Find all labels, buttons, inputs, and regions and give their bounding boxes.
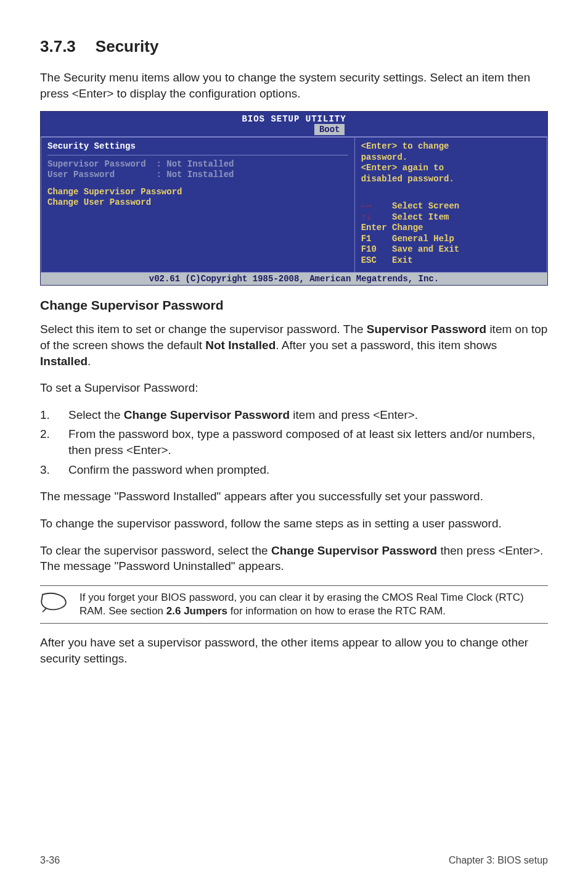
bold-text: Installed (40, 355, 88, 368)
bios-action-change-supervisor: Change Supervisor Password (47, 187, 348, 198)
nav-label: Select Screen (392, 201, 459, 211)
bios-row-user: User Password : Not Installed (47, 170, 348, 181)
bios-row-value: : Not Installed (156, 159, 234, 169)
steps-list: 1. Select the Change Supervisor Password… (40, 407, 548, 478)
bold-text: 2.6 Jumpers (166, 605, 227, 617)
list-item: 2. From the password box, type a passwor… (40, 426, 548, 458)
bios-screenshot: BIOS SETUP UTILITY Boot Security Setting… (40, 111, 548, 286)
section-title-text: Security (96, 37, 159, 56)
bios-left-panel: Security Settings Supervisor Password : … (41, 137, 355, 273)
bold-text: Change Supervisor Password (124, 408, 290, 421)
section-number: 3.7.3 (40, 37, 76, 56)
step-number: 2. (40, 426, 68, 458)
text: Select this item to set or change the su… (40, 323, 367, 336)
bios-help-line: password. (361, 152, 541, 163)
text: . (88, 355, 91, 368)
bios-row-value: : Not Installed (156, 170, 234, 179)
bios-help-line: <Enter> again to (361, 163, 541, 174)
note-box: If you forget your BIOS password, you ca… (40, 585, 548, 624)
nav-label: Change (392, 223, 423, 233)
note-icon (40, 591, 68, 617)
text: Select the (68, 408, 124, 421)
bios-left-header: Security Settings (47, 141, 348, 152)
nav-label: Exit (392, 255, 413, 265)
bios-row-label: Supervisor Password (47, 159, 146, 169)
bios-help-line: <Enter> to change (361, 141, 541, 152)
list-item: 1. Select the Change Supervisor Password… (40, 407, 548, 423)
arrow-up-down-icon: ↑↓ (361, 212, 372, 222)
bold-text: Change Supervisor Password (271, 544, 437, 557)
nav-label: General Help (392, 234, 454, 244)
section-heading: 3.7.3Security (40, 37, 548, 56)
text: for information on how to erase the RTC … (227, 605, 446, 617)
page-footer: 3-36 Chapter 3: BIOS setup (40, 855, 548, 866)
nav-label: Save and Exit (392, 244, 459, 254)
paragraph: Select this item to set or change the su… (40, 321, 548, 369)
bios-footer: v02.61 (C)Copyright 1985-2008, American … (41, 273, 547, 285)
bios-divider (47, 155, 348, 155)
text: To clear the supervisor password, select… (40, 544, 271, 557)
bios-key-nav: ←→ Select Screen ↑↓ Select Item Enter Ch… (361, 201, 541, 266)
note-text: If you forget your BIOS password, you ca… (80, 591, 548, 618)
bios-right-panel: <Enter> to change password. <Enter> agai… (355, 137, 547, 273)
paragraph: After you have set a supervisor password… (40, 635, 548, 666)
paragraph: To set a Supervisor Password: (40, 380, 548, 396)
step-text: Select the Change Supervisor Password it… (68, 407, 418, 423)
bios-action-change-user: Change User Password (47, 197, 348, 208)
nav-label: Select Item (392, 212, 449, 222)
bold-text: Supervisor Password (367, 323, 486, 336)
bios-tabs: Boot (41, 124, 547, 136)
paragraph: The message "Password Installed" appears… (40, 489, 548, 505)
step-text: From the password box, type a password c… (68, 426, 548, 458)
bold-text: Not Installed (205, 339, 276, 352)
text: . After you set a password, this item sh… (276, 339, 497, 352)
bios-tab-boot: Boot (314, 124, 345, 135)
text: item and press <Enter>. (290, 408, 418, 421)
paragraph: To clear the supervisor password, select… (40, 543, 548, 574)
page-number: 3-36 (40, 855, 60, 866)
arrow-left-right-icon: ←→ (361, 201, 372, 211)
step-number: 3. (40, 462, 68, 478)
paragraph: To change the supervisor password, follo… (40, 516, 548, 532)
bios-row-supervisor: Supervisor Password : Not Installed (47, 159, 348, 170)
bios-help-text: <Enter> to change password. <Enter> agai… (361, 141, 541, 184)
intro-paragraph: The Security menu items allow you to cha… (40, 70, 548, 101)
chapter-label: Chapter 3: BIOS setup (449, 855, 548, 866)
bios-row-label: User Password (47, 170, 115, 179)
step-text: Confirm the password when prompted. (68, 462, 269, 478)
bios-title: BIOS SETUP UTILITY (41, 112, 547, 124)
bios-help-line: disabled password. (361, 174, 541, 185)
subheading: Change Supervisor Password (40, 298, 548, 313)
step-number: 1. (40, 407, 68, 423)
list-item: 3. Confirm the password when prompted. (40, 462, 548, 478)
